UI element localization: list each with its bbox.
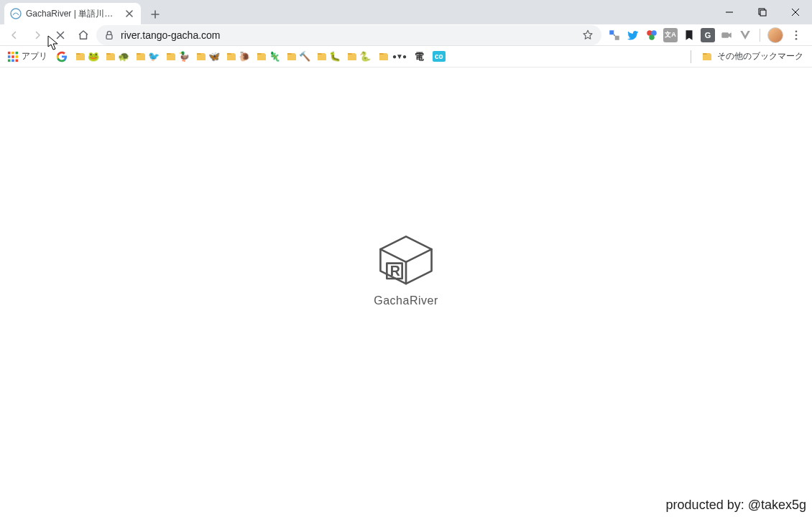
ext-vue-icon[interactable]	[738, 28, 752, 42]
svg-point-12	[795, 37, 798, 39]
bookmark-folder-emoji: 🦋	[208, 51, 220, 62]
ext-bookmark-icon[interactable]	[682, 28, 696, 42]
bookmark-folder-2[interactable]: 🐦	[134, 51, 161, 62]
bookmark-folder-emoji: 🐸	[88, 51, 99, 62]
bookmark-folder-emoji: 🦆	[178, 51, 190, 62]
bookmark-folder-emoji: 🐦	[148, 51, 160, 62]
bookmark-folder-1[interactable]: 🐢	[103, 51, 131, 62]
bookmark-folder-emoji: 🐌	[239, 51, 250, 62]
bookmark-shapes[interactable]: ●▼●	[375, 50, 409, 64]
svg-rect-17	[11, 55, 14, 58]
bookmarks-bar: アプリ 🐸🐢🐦🦆🦋🐌🦎🔨🐛🐍 ●▼● 電 co その他のブックマーク	[0, 46, 812, 67]
bookmark-google[interactable]	[53, 50, 70, 64]
nav-forward-button[interactable]	[27, 25, 47, 45]
bookmark-folder-0[interactable]: 🐸	[73, 51, 101, 62]
window-controls	[713, 0, 812, 24]
svg-rect-20	[11, 59, 14, 62]
toolbar-separator	[760, 29, 760, 42]
svg-rect-3	[106, 34, 112, 39]
svg-point-8	[649, 34, 655, 40]
svg-text:R: R	[390, 263, 400, 279]
other-bookmarks-label: その他のブックマーク	[717, 50, 803, 62]
address-bar[interactable]: river.tango-gacha.com	[96, 25, 601, 45]
page-content: R GachaRiver producted by: @takex5g	[0, 67, 812, 517]
lock-icon	[103, 29, 115, 41]
other-bookmarks-button[interactable]: その他のブックマーク	[691, 50, 808, 63]
bookmark-star-icon[interactable]	[581, 29, 594, 42]
box-icon: R	[373, 233, 439, 290]
credit-prefix: producted by:	[666, 498, 748, 512]
tab-close-icon[interactable]	[124, 8, 135, 19]
bookmark-folder-emoji: 🔨	[299, 51, 310, 62]
nav-stop-button[interactable]	[50, 25, 70, 45]
bookmark-folder-9[interactable]: 🐍	[345, 51, 372, 62]
svg-rect-4	[609, 30, 614, 34]
bookmark-folder-5[interactable]: 🐌	[224, 51, 252, 62]
ext-translate-icon[interactable]	[607, 28, 622, 42]
window-maximize-button[interactable]	[746, 1, 779, 23]
ext-twitter-icon[interactable]	[626, 28, 640, 42]
bookmark-folder-emoji: 🐛	[329, 51, 341, 62]
browser-tab[interactable]: GachaRiver | 単語川を眺めて心を…	[4, 3, 141, 24]
extension-icons: 文A G	[604, 27, 808, 43]
ext-text-icon[interactable]: 文A	[663, 28, 678, 42]
svg-rect-16	[8, 55, 11, 58]
bookmark-shapes-label: ●▼●	[392, 52, 406, 60]
window-close-button[interactable]	[779, 1, 812, 23]
site-logo-text: GachaRiver	[374, 294, 438, 307]
bookmark-folder-7[interactable]: 🔨	[285, 51, 312, 62]
bookmark-folder-emoji: 🦎	[269, 51, 280, 62]
site-logo: R GachaRiver	[373, 233, 439, 307]
bookmark-co-label: co	[433, 51, 446, 62]
nav-back-button[interactable]	[4, 25, 24, 45]
profile-avatar[interactable]	[767, 27, 783, 43]
bookmark-den-label: 電	[415, 50, 424, 63]
svg-point-10	[795, 30, 798, 32]
svg-rect-14	[11, 51, 14, 54]
url-text: river.tango-gacha.com	[121, 29, 576, 41]
tab-title: GachaRiver | 単語川を眺めて心を…	[26, 8, 119, 20]
svg-rect-21	[16, 59, 19, 62]
svg-rect-18	[16, 55, 19, 58]
nav-home-button[interactable]	[73, 25, 93, 45]
bookmark-folder-3[interactable]: 🦆	[164, 51, 191, 62]
bookmark-folder-4[interactable]: 🦋	[194, 51, 221, 62]
svg-point-11	[795, 34, 798, 36]
svg-rect-15	[16, 51, 19, 54]
bookmark-co[interactable]: co	[430, 50, 448, 63]
apps-label: アプリ	[22, 50, 47, 62]
browser-toolbar: river.tango-gacha.com 文A G	[0, 24, 812, 46]
svg-rect-9	[721, 32, 729, 38]
credit-handle[interactable]: @takex5g	[748, 498, 806, 512]
ext-color-icon[interactable]	[645, 28, 659, 42]
svg-rect-19	[8, 59, 11, 62]
new-tab-button[interactable]	[145, 4, 165, 24]
bookmark-folder-8[interactable]: 🐛	[315, 51, 342, 62]
bookmark-den[interactable]: 電	[412, 49, 427, 65]
bookmarks-separator	[691, 50, 691, 63]
bookmark-folder-6[interactable]: 🦎	[254, 51, 282, 62]
apps-button[interactable]: アプリ	[4, 49, 50, 64]
svg-rect-5	[615, 35, 619, 39]
tab-strip: GachaRiver | 単語川を眺めて心を…	[0, 0, 812, 24]
svg-rect-13	[8, 51, 11, 54]
tab-favicon	[10, 8, 22, 19]
svg-point-0	[11, 9, 21, 19]
ext-g-icon[interactable]: G	[701, 28, 715, 42]
ext-video-icon[interactable]	[719, 28, 734, 42]
browser-menu-button[interactable]	[788, 29, 805, 42]
credit-text: producted by: @takex5g	[666, 498, 806, 513]
bookmark-folder-emoji: 🐢	[118, 51, 129, 62]
window-minimize-button[interactable]	[713, 1, 746, 23]
bookmark-folder-emoji: 🐍	[359, 51, 371, 62]
svg-rect-2	[760, 10, 766, 16]
